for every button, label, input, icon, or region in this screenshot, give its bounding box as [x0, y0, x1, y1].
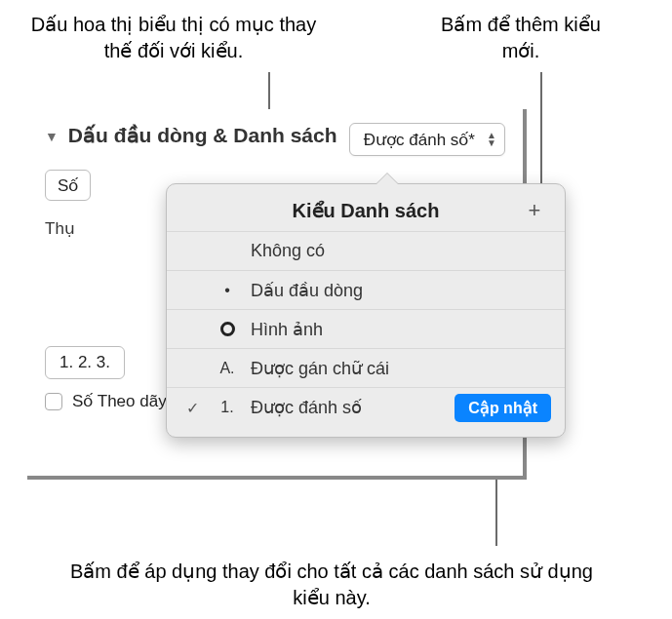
- letter-icon: A.: [214, 360, 241, 377]
- add-style-button[interactable]: +: [522, 198, 547, 223]
- sequence-checkbox[interactable]: [45, 393, 62, 410]
- option-label: Được đánh số: [251, 397, 445, 418]
- option-bullet[interactable]: • Dấu đầu dòng: [167, 271, 565, 310]
- image-ring-icon: [214, 322, 241, 336]
- leader-line: [268, 72, 270, 113]
- dropdown-value: Được đánh số*: [364, 130, 475, 150]
- disclosure-arrow-icon[interactable]: ▼: [45, 129, 59, 144]
- checkmark-icon: ✓: [180, 399, 204, 417]
- callout-update: Bấm để áp dụng thay đổi cho tất cả các d…: [59, 559, 605, 611]
- subtype-value: Số: [58, 175, 78, 196]
- number-format-select[interactable]: 1. 2. 3.: [45, 346, 125, 379]
- list-style-dropdown[interactable]: Được đánh số* ▲▼: [349, 123, 505, 156]
- option-label: Hình ảnh: [251, 319, 551, 340]
- format-sample: 1. 2. 3.: [59, 353, 110, 372]
- option-label: Được gán chữ cái: [251, 358, 551, 379]
- bullet-icon: •: [214, 282, 241, 299]
- option-none[interactable]: Không có: [167, 232, 565, 271]
- subtype-select[interactable]: Số: [45, 170, 91, 201]
- option-label: Dấu đầu dòng: [251, 280, 551, 301]
- list-style-popover: Kiểu Danh sách + Không có • Dấu đầu dòng…: [166, 183, 566, 438]
- callout-add: Bấm để thêm kiểu mới.: [438, 12, 604, 64]
- sequence-label: Số Theo dãy: [72, 391, 167, 411]
- number-icon: 1.: [214, 399, 241, 416]
- option-list: Không có • Dấu đầu dòng Hình ảnh A. Được…: [167, 231, 565, 427]
- update-style-button[interactable]: Cập nhật: [455, 394, 551, 422]
- option-label: Không có: [251, 241, 551, 261]
- option-image[interactable]: Hình ảnh: [167, 310, 565, 349]
- option-lettered[interactable]: A. Được gán chữ cái: [167, 349, 565, 388]
- chevron-updown-icon: ▲▼: [487, 132, 496, 147]
- option-numbered[interactable]: ✓ 1. Được đánh số Cập nhật: [167, 388, 565, 427]
- callout-asterisk: Dấu hoa thị biểu thị có mục thay thế đối…: [18, 12, 330, 64]
- popover-title: Kiểu Danh sách: [210, 199, 522, 222]
- section-title: Dấu đầu dòng & Danh sách: [68, 123, 339, 148]
